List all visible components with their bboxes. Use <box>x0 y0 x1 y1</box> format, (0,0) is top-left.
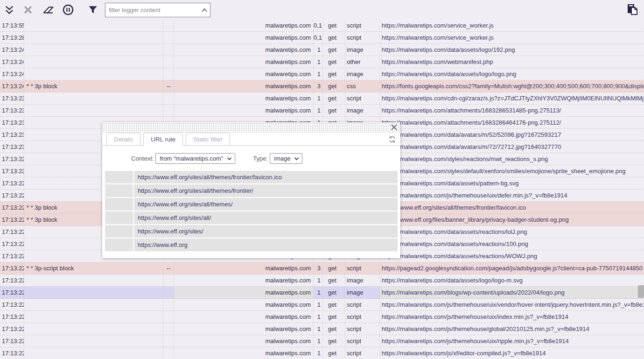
context-select-value: from “malwaretips.com” <box>160 155 223 162</box>
table-row[interactable]: 17:13:24 * * 3p block -- malwaretips.com… <box>0 80 644 92</box>
tab-static-filter[interactable]: Static filter <box>186 133 230 146</box>
table-row[interactable]: 17:13:22 malwaretips.com 1 get script ht… <box>0 311 644 323</box>
table-row[interactable]: 17:13:22 malwaretips.com 1 get script ht… <box>0 323 644 335</box>
cell-dash <box>163 105 174 116</box>
cell-filter <box>24 275 163 286</box>
pause-icon[interactable] <box>63 4 74 15</box>
url-rule-text: https://www.eff.org/sites/all/themes/fro… <box>134 171 398 183</box>
cell-method: get <box>323 335 345 347</box>
expand-all-icon[interactable] <box>4 5 14 15</box>
cell-dash <box>163 32 174 43</box>
cell-hostname: malwaretips.com <box>174 44 314 56</box>
cell-time: 17:13:22 <box>0 262 24 274</box>
cell-hostname: malwaretips.com <box>174 347 314 359</box>
context-label: Context: <box>131 155 154 162</box>
table-row[interactable]: 17:13:22 * * 3p-script block -- malwaret… <box>0 262 644 275</box>
url-rule-action-cell[interactable] <box>105 184 133 197</box>
cell-method: get <box>323 32 345 43</box>
table-row[interactable]: 17:13:22 malwaretips.com 1 get script ht… <box>0 299 644 311</box>
url-rule-action-cell[interactable] <box>105 239 133 251</box>
cell-dash <box>163 347 174 359</box>
cell-type: script <box>345 323 380 335</box>
url-rule-text: https://www.eff.org/sites/ <box>134 225 398 238</box>
cell-filter <box>24 68 163 80</box>
cell-count: 1 <box>314 44 323 56</box>
cell-time: 17:13:24 <box>0 56 24 68</box>
url-rule-row[interactable]: https://www.eff.org <box>105 239 398 251</box>
table-row[interactable]: 17:13:24 malwaretips.com 1 get other htt… <box>0 56 644 68</box>
cell-method: get <box>323 105 345 116</box>
table-row[interactable]: 17:13:28 malwaretips.com 0,1 get script … <box>0 32 644 44</box>
cell-type: script <box>345 335 380 347</box>
table-row[interactable]: 17:13:22 malwaretips.com 1 get image htt… <box>0 275 644 287</box>
url-rule-row[interactable]: https://www.eff.org/sites/all/themes/fro… <box>105 184 398 197</box>
table-row[interactable]: 17:13:24 malwaretips.com 1 get image htt… <box>0 44 644 56</box>
cell-type: script <box>345 92 380 104</box>
cell-count: 1 <box>314 68 323 80</box>
cell-url: https://malwaretips.com/service_worker.j… <box>380 32 644 43</box>
cell-url: https://malwaretips.com/js/themehouse/ui… <box>380 190 644 201</box>
cell-hostname: malwaretips.com <box>174 275 314 286</box>
table-row[interactable]: 17:13:23 malwaretips.com 1 get script ht… <box>0 92 644 105</box>
cell-time: 17:13:22 <box>0 202 24 213</box>
table-row[interactable]: 17:13:22 malwaretips.com 1 get script ht… <box>0 335 644 347</box>
tab-details[interactable]: Details <box>106 133 140 146</box>
logger-filter-input[interactable] <box>105 3 210 17</box>
cell-count: 1 <box>314 287 323 298</box>
filter-funnel-icon[interactable] <box>88 5 98 15</box>
cell-count: 0,1 <box>314 20 323 31</box>
cell-time: 17:13:22 <box>0 190 24 201</box>
cell-hostname: malwaretips.com <box>174 105 314 116</box>
table-row[interactable]: 17:13:22 malwaretips.com 1 get script ht… <box>0 347 644 359</box>
url-rule-row[interactable]: https://www.eff.org/sites/all/themes/ <box>105 198 398 211</box>
cell-url: https://malwaretips.com/data/assets/logo… <box>380 68 644 80</box>
url-rule-action-cell[interactable] <box>105 225 133 238</box>
vertical-scrollbar-thumb[interactable] <box>638 285 644 298</box>
cell-hostname: malwaretips.com <box>174 20 314 31</box>
logger-entry-dialog: Details URL rule Static filter Context: … <box>102 122 400 258</box>
cell-filter <box>24 323 163 335</box>
type-select[interactable]: image <box>270 153 302 164</box>
cell-dash: -- <box>163 80 174 92</box>
cell-method: get <box>323 311 345 323</box>
cell-hostname: malwaretips.com <box>174 335 314 347</box>
cell-time: 17:13:22 <box>0 165 24 177</box>
cell-time: 17:13:22 <box>0 214 24 225</box>
cell-time: 17:13:22 <box>0 250 24 262</box>
cell-url: https://malwaretips.com/data/assets/reac… <box>380 226 644 238</box>
context-select[interactable]: from “malwaretips.com” <box>155 153 235 164</box>
url-rule-action-cell[interactable] <box>105 198 133 211</box>
type-select-value: image <box>274 155 290 162</box>
clipboard-paste-icon[interactable] <box>625 3 639 17</box>
cell-type: image <box>345 44 380 56</box>
url-rule-row[interactable]: https://www.eff.org/sites/all/ <box>105 211 398 224</box>
cell-url: https://malwaretips.com/js/xf/editor-com… <box>380 347 644 359</box>
clear-logger-icon[interactable] <box>23 5 33 14</box>
cell-type: image <box>345 68 380 80</box>
url-rule-row[interactable]: https://www.eff.org/sites/ <box>105 225 398 238</box>
cell-method: get <box>323 299 345 310</box>
table-row[interactable]: 17:13:24 malwaretips.com 1 get image htt… <box>0 68 644 80</box>
close-icon[interactable] <box>391 124 398 132</box>
tab-url-rule[interactable]: URL rule <box>143 133 183 146</box>
cell-hostname: malwaretips.com <box>174 299 314 310</box>
eraser-icon[interactable] <box>42 5 55 15</box>
table-row[interactable]: 17:13:22 malwaretips.com 1 get image htt… <box>0 287 644 299</box>
cell-method: get <box>323 80 345 92</box>
cell-count: 1 <box>314 56 323 68</box>
filter-expand-caret-icon[interactable] <box>201 7 208 14</box>
cell-time: 17:13:24 <box>0 44 24 56</box>
cell-method: get <box>323 262 345 274</box>
table-row[interactable]: 17:13:55 malwaretips.com 0,1 get script … <box>0 20 644 32</box>
refresh-icon[interactable] <box>388 135 396 145</box>
cell-hostname: malwaretips.com <box>174 323 314 335</box>
cell-count: 1 <box>314 311 323 323</box>
cell-filter <box>24 335 163 347</box>
url-rule-row[interactable]: https://www.eff.org/sites/all/themes/fro… <box>105 171 398 183</box>
url-rule-action-cell[interactable] <box>105 211 133 224</box>
url-rule-action-cell[interactable] <box>105 171 133 183</box>
cell-hostname: malwaretips.com <box>174 68 314 80</box>
cell-url: https://malwaretips.com/data/assets/patt… <box>380 177 644 189</box>
dialog-drag-handle[interactable] <box>102 122 400 133</box>
table-row[interactable]: 17:13:23 malwaretips.com 1 get image htt… <box>0 105 644 117</box>
